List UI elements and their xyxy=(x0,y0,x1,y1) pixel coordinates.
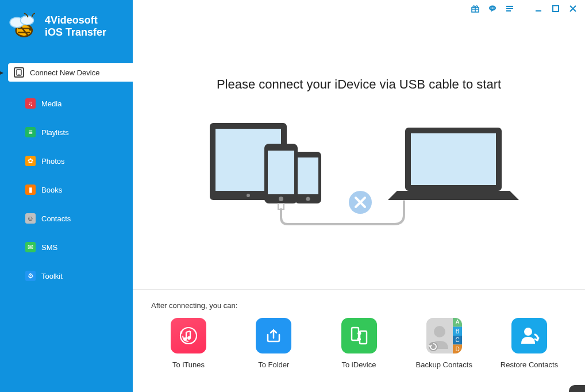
books-icon: ▮ xyxy=(25,185,36,195)
after-connecting-hint: After connecting, you can: xyxy=(151,301,567,310)
music-icon: ♫ xyxy=(25,98,36,109)
svg-point-15 xyxy=(247,194,250,197)
svg-point-3 xyxy=(29,27,32,30)
toolkit-icon: ⚙ xyxy=(25,271,36,281)
sidebar-item-photos[interactable]: ✿ Photos xyxy=(0,152,133,170)
sidebar: 4Videosoft iOS Transfer ▸ Connect New De… xyxy=(0,0,133,392)
action-to-folder[interactable]: To Folder xyxy=(236,318,311,369)
sidebar-item-media[interactable]: ♫ Media xyxy=(0,94,133,113)
svg-point-5 xyxy=(18,74,20,75)
svg-rect-17 xyxy=(268,151,294,194)
sidebar-item-label: SMS xyxy=(41,243,57,252)
action-row: To iTunes To Folder xyxy=(151,318,567,369)
svg-point-9 xyxy=(492,7,493,9)
chat-icon[interactable] xyxy=(487,3,498,14)
resize-grip[interactable] xyxy=(569,385,585,392)
sms-icon: ✉ xyxy=(25,242,36,252)
sidebar-item-playlists[interactable]: ≡ Playlists xyxy=(0,123,133,141)
sidebar-item-contacts[interactable]: ☺ Contacts xyxy=(0,209,133,228)
minimize-button[interactable] xyxy=(533,3,544,14)
connect-prompt: Please connect your iDevice via USB cabl… xyxy=(133,77,585,92)
svg-point-28 xyxy=(187,336,191,340)
bee-logo-icon xyxy=(7,10,39,43)
svg-rect-20 xyxy=(298,157,318,194)
backup-contacts-icon: A B C D xyxy=(426,318,462,353)
gift-icon[interactable] xyxy=(470,3,480,14)
sidebar-item-label: Toolkit xyxy=(41,272,63,280)
to-device-icon xyxy=(341,318,377,353)
app-logo-row: 4Videosoft iOS Transfer xyxy=(0,0,133,53)
svg-rect-11 xyxy=(536,10,541,11)
svg-point-21 xyxy=(306,197,310,201)
folder-export-icon xyxy=(256,318,291,353)
svg-rect-12 xyxy=(553,6,559,11)
action-label: Backup Contacts xyxy=(407,360,482,369)
close-button[interactable] xyxy=(568,3,578,14)
contacts-icon: ☺ xyxy=(25,213,36,224)
sidebar-item-connect-device[interactable]: ▸ Connect New Device xyxy=(8,63,133,82)
svg-point-10 xyxy=(494,7,495,9)
playlist-icon: ≡ xyxy=(25,127,36,137)
svg-text:B: B xyxy=(455,328,459,335)
sidebar-item-sms[interactable]: ✉ SMS xyxy=(0,238,133,256)
sidebar-item-books[interactable]: ▮ Books xyxy=(0,180,133,199)
action-label: Restore Contacts xyxy=(492,360,567,369)
app-title: 4Videosoft iOS Transfer xyxy=(45,14,106,38)
svg-text:A: A xyxy=(455,319,459,325)
itunes-icon xyxy=(171,318,206,353)
device-icon xyxy=(14,67,24,78)
restore-contacts-icon xyxy=(511,318,547,353)
svg-point-42 xyxy=(524,328,532,336)
sidebar-item-label: Playlists xyxy=(41,128,69,137)
sidebar-item-label: Connect New Device xyxy=(30,68,99,77)
app-title-line1: 4Videosoft xyxy=(45,14,106,26)
action-to-idevice[interactable]: To iDevice xyxy=(322,318,397,369)
svg-rect-24 xyxy=(411,133,496,185)
sidebar-item-label: Media xyxy=(41,99,61,108)
svg-text:D: D xyxy=(455,346,459,352)
chevron-right-icon: ▸ xyxy=(0,68,3,76)
connect-illustration xyxy=(175,123,543,238)
action-backup-contacts[interactable]: A B C D Backup Contacts xyxy=(407,318,482,369)
action-restore-contacts[interactable]: Restore Contacts xyxy=(492,318,567,369)
main-area: Please connect your iDevice via USB cabl… xyxy=(133,0,585,392)
sidebar-nav: ▸ Connect New Device ♫ Media ≡ Playlists… xyxy=(0,63,133,285)
action-label: To Folder xyxy=(236,360,311,369)
app-title-line2: iOS Transfer xyxy=(45,26,106,39)
sidebar-item-label: Books xyxy=(41,186,62,194)
action-label: To iTunes xyxy=(151,360,226,369)
sidebar-item-label: Contacts xyxy=(41,214,71,223)
maximize-button[interactable] xyxy=(551,3,561,14)
action-to-itunes[interactable]: To iTunes xyxy=(151,318,226,369)
window-controls xyxy=(470,3,578,14)
svg-point-18 xyxy=(279,197,283,201)
svg-point-8 xyxy=(491,7,492,9)
svg-point-32 xyxy=(434,326,445,337)
photos-icon: ✿ xyxy=(25,156,36,166)
sidebar-item-toolkit[interactable]: ⚙ Toolkit xyxy=(0,267,133,285)
sidebar-item-label: Photos xyxy=(41,157,64,166)
bottom-panel: After connecting, you can: To iTunes xyxy=(133,289,585,392)
menu-icon[interactable] xyxy=(505,3,515,14)
svg-text:C: C xyxy=(455,337,459,343)
action-label: To iDevice xyxy=(322,360,397,369)
